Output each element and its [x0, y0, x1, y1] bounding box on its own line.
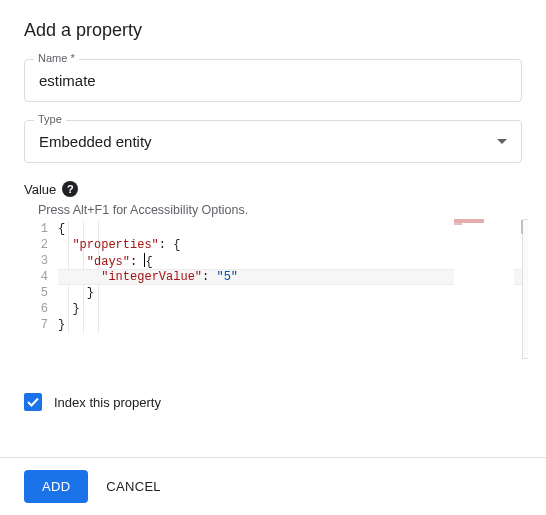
index-row: Index this property [24, 393, 522, 411]
dialog-title: Add a property [0, 0, 546, 59]
value-label-row: Value ? [24, 181, 522, 197]
index-checkbox[interactable] [24, 393, 42, 411]
cancel-button[interactable]: CANCEL [106, 479, 161, 494]
minimap-scrollbar[interactable] [522, 219, 528, 359]
json-editor[interactable]: 1 2 3 4 5 6 7 { "properties": { "days": … [24, 219, 522, 377]
dialog-footer: ADD CANCEL [0, 457, 546, 515]
form: Name * Type Embedded entity Value ? Pres… [0, 59, 546, 411]
accessibility-hint: Press Alt+F1 for Accessibility Options. [38, 203, 522, 217]
name-field: Name * [24, 59, 522, 102]
value-label: Value [24, 182, 56, 197]
line-gutter: 1 2 3 4 5 6 7 [24, 221, 58, 333]
type-selected-value: Embedded entity [39, 133, 152, 150]
type-label: Type [34, 113, 66, 125]
minimap[interactable] [454, 219, 514, 359]
help-icon[interactable]: ? [62, 181, 78, 197]
code-lines[interactable]: { "properties": { "days": { "integerValu… [58, 221, 522, 333]
type-select[interactable]: Embedded entity [24, 120, 522, 163]
add-button[interactable]: ADD [24, 470, 88, 503]
index-label: Index this property [54, 395, 161, 410]
name-input[interactable] [24, 59, 522, 102]
chevron-down-icon [497, 139, 507, 144]
name-label: Name * [34, 52, 79, 64]
type-field: Type Embedded entity [24, 120, 522, 163]
check-icon [26, 395, 40, 409]
